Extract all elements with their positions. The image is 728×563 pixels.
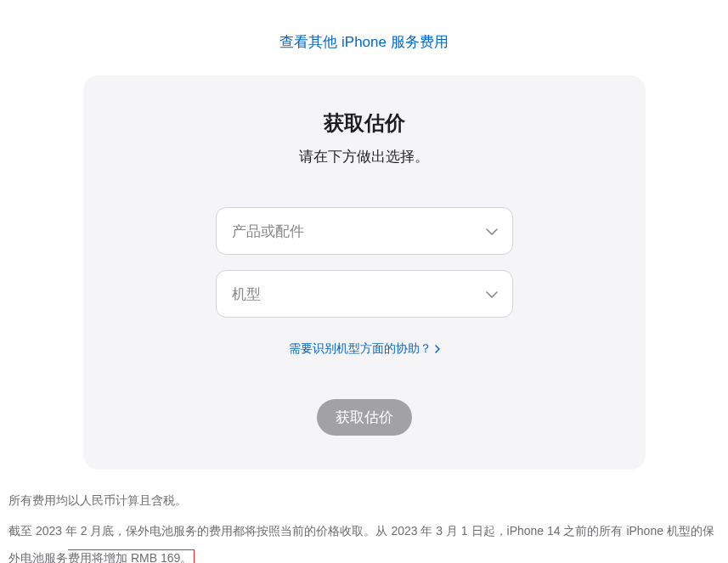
price-increase-highlight: 费用将增加 RMB 169。 <box>68 549 195 563</box>
chevron-right-icon <box>435 342 440 356</box>
get-estimate-button[interactable]: 获取估价 <box>317 399 412 436</box>
model-select[interactable]: 机型 <box>216 270 513 318</box>
model-select-wrapper: 机型 <box>216 270 513 318</box>
card-title: 获取估价 <box>117 110 612 137</box>
card-subtitle: 请在下方做出选择。 <box>117 147 612 166</box>
estimate-card: 获取估价 请在下方做出选择。 产品或配件 机型 需要识别机型方面的协助？ 获取估… <box>83 76 646 470</box>
view-other-services-link[interactable]: 查看其他 iPhone 服务费用 <box>0 32 728 52</box>
identify-model-help-link[interactable]: 需要识别机型方面的协助？ <box>289 341 440 357</box>
product-select-wrapper: 产品或配件 <box>216 207 513 255</box>
footer-line-1: 所有费用均以人民币计算且含税。 <box>8 487 720 514</box>
product-select[interactable]: 产品或配件 <box>216 207 513 255</box>
footer-line-2: 截至 2023 年 2 月底，保外电池服务的费用都将按照当前的价格收取。从 20… <box>8 517 720 563</box>
footer-text: 所有费用均以人民币计算且含税。 截至 2023 年 2 月底，保外电池服务的费用… <box>0 470 728 563</box>
help-link-label: 需要识别机型方面的协助？ <box>289 341 432 357</box>
